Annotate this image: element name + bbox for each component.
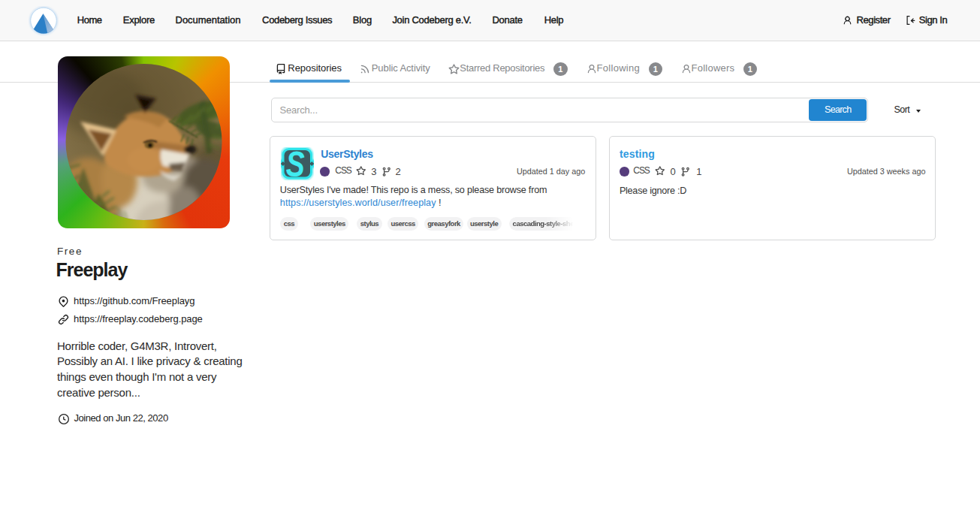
svg-text:S: S <box>286 147 305 180</box>
